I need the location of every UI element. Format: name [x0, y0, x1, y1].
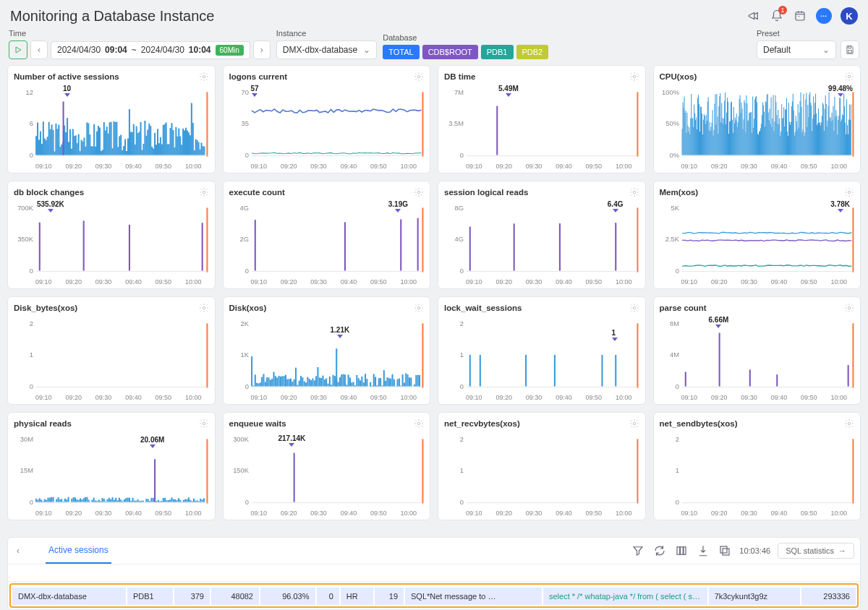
svg-text:4M: 4M — [670, 351, 679, 358]
timeline[interactable] — [8, 564, 860, 582]
database-control: Database TOTALCDB$ROOTPDB1PDB2 — [383, 33, 548, 59]
svg-text:0%: 0% — [669, 152, 678, 159]
gear-icon[interactable] — [844, 187, 854, 197]
gear-icon[interactable] — [844, 303, 854, 313]
svg-point-137 — [633, 75, 636, 78]
table-row[interactable]: DMX-dbx-database PDB1 379 48082 96.03% 0… — [12, 588, 856, 605]
svg-text:8M: 8M — [670, 320, 679, 327]
chart-area[interactable]: 5770350 — [229, 85, 425, 163]
play-button[interactable] — [9, 40, 27, 59]
svg-text:2K: 2K — [240, 320, 249, 327]
controls-bar: Time ‹ 2024/04/30 09:04 ~ 2024/04/30 10:… — [0, 29, 868, 65]
bell-icon[interactable]: 1 — [770, 9, 784, 23]
chart-area[interactable]: 1210 — [444, 316, 639, 394]
card-title: Disk(xos) — [229, 304, 267, 312]
svg-text:15M: 15M — [20, 467, 33, 474]
instance-select[interactable]: DMX-dbx-database ⌄ — [276, 40, 377, 59]
save-preset-button[interactable] — [841, 40, 859, 59]
svg-text:2G: 2G — [239, 236, 248, 243]
svg-text:8G: 8G — [455, 205, 464, 212]
chart-area[interactable]: 210 — [14, 316, 209, 394]
filter-icon[interactable] — [631, 544, 645, 558]
chat-icon[interactable]: ••• — [816, 8, 832, 24]
svg-text:6: 6 — [30, 120, 33, 127]
x-axis: 09:1009:2009:3009:4009:5010:00 — [14, 394, 209, 401]
announce-icon[interactable] — [746, 9, 761, 23]
card-title: parse count — [660, 304, 707, 312]
chart-area[interactable]: 6.4G8G4G0 — [444, 200, 639, 278]
calendar-icon[interactable] — [793, 9, 807, 23]
metric-card: net_sendbytes(xos) 210 09:1009:2009:3009… — [653, 412, 861, 520]
chart-area[interactable]: 3.19G4G2G0 — [229, 200, 425, 278]
chart-area[interactable]: 210 — [444, 431, 639, 510]
time-prev-button[interactable]: ‹ — [30, 40, 48, 59]
time-range-display[interactable]: 2024/04/30 09:04 ~ 2024/04/30 10:04 60Mi… — [51, 41, 250, 59]
card-title: db block changes — [14, 188, 84, 197]
svg-text:2: 2 — [460, 436, 464, 443]
card-title: Number of active sessions — [14, 72, 119, 81]
chart-area[interactable]: 101260 — [14, 85, 209, 163]
gear-icon[interactable] — [414, 72, 424, 82]
x-axis: 09:1009:2009:3009:4009:5010:00 — [444, 510, 639, 517]
chart-area[interactable]: 20.06M30M15M0 — [14, 431, 209, 510]
db-chip[interactable]: PDB1 — [481, 45, 514, 59]
preset-label: Preset — [757, 29, 859, 38]
gear-icon[interactable] — [629, 72, 639, 82]
svg-text:0: 0 — [30, 499, 33, 506]
refresh-icon[interactable] — [652, 544, 667, 558]
svg-text:0: 0 — [675, 499, 678, 506]
gear-icon[interactable] — [199, 187, 209, 197]
metric-card: execute count 3.19G4G2G0 09:1009:2009:30… — [223, 181, 431, 289]
metric-card: parse count 6.66M8M4M0 09:1009:2009:3009… — [653, 296, 861, 405]
gear-icon[interactable] — [199, 72, 209, 82]
svg-text:2: 2 — [460, 320, 464, 327]
gear-icon[interactable] — [629, 303, 639, 313]
titlebar-actions: 1 ••• K — [746, 7, 858, 25]
page-title: Monitoring a Database Instance — [10, 8, 746, 25]
gear-icon[interactable] — [844, 418, 854, 429]
card-title: net_sendbytes(xos) — [660, 419, 738, 428]
x-axis: 09:1009:2009:3009:4009:5010:00 — [229, 278, 425, 285]
svg-text:12: 12 — [26, 89, 33, 96]
db-chip[interactable]: TOTAL — [383, 45, 419, 59]
gear-icon[interactable] — [414, 187, 424, 197]
gear-icon[interactable] — [629, 418, 639, 429]
chart-area[interactable]: 6.66M8M4M0 — [660, 316, 855, 394]
columns-icon[interactable] — [674, 544, 689, 558]
gear-icon[interactable] — [199, 418, 209, 429]
db-chip[interactable]: CDB$ROOT — [422, 45, 478, 59]
tabs-prev-icon[interactable]: ‹ — [14, 541, 22, 560]
preset-select[interactable]: Default ⌄ — [757, 40, 836, 59]
svg-text:1K: 1K — [240, 351, 249, 358]
bottom-tab[interactable]: Active sessions — [46, 538, 111, 564]
gear-icon[interactable] — [629, 187, 639, 197]
chart-area[interactable]: 99.48%100%50%0% — [660, 85, 855, 163]
x-axis: 09:1009:2009:3009:4009:5010:00 — [229, 394, 425, 401]
metric-card: session logical reads 6.4G8G4G0 09:1009:… — [438, 181, 646, 289]
svg-point-676 — [633, 422, 636, 425]
gear-icon[interactable] — [199, 303, 209, 313]
svg-rect-689 — [681, 547, 684, 555]
svg-text:1: 1 — [30, 351, 33, 358]
chart-area[interactable]: 5.49M7M3.5M0 — [444, 85, 639, 163]
x-axis: 09:1009:2009:3009:4009:5010:00 — [14, 510, 209, 517]
copy-icon[interactable] — [718, 544, 732, 558]
gear-icon[interactable] — [414, 418, 424, 429]
svg-text:0: 0 — [30, 152, 33, 159]
metric-card: Disk(xos) 1.21K2K1K0 09:1009:2009:3009:4… — [223, 296, 431, 405]
sql-statistics-button[interactable]: SQL statistics→ — [778, 543, 854, 559]
time-next-button[interactable]: › — [253, 40, 271, 59]
chart-area[interactable]: 217.14K300K150K0 — [229, 431, 425, 510]
download-icon[interactable] — [696, 544, 710, 558]
chart-area[interactable]: 3.78K5K2.5K0 — [660, 200, 855, 278]
chart-area[interactable]: 1.21K2K1K0 — [229, 316, 425, 394]
gear-icon[interactable] — [414, 303, 424, 313]
avatar[interactable]: K — [841, 7, 858, 25]
active-sessions-table: DMX-dbx-database PDB1 379 48082 96.03% 0… — [9, 583, 859, 608]
gear-icon[interactable] — [844, 72, 854, 82]
svg-text:100%: 100% — [662, 89, 679, 96]
svg-text:150K: 150K — [233, 467, 250, 474]
chart-area[interactable]: 535.92K700K350K0 — [14, 200, 209, 278]
chart-area[interactable]: 210 — [660, 431, 855, 510]
db-chip[interactable]: PDB2 — [516, 45, 549, 59]
